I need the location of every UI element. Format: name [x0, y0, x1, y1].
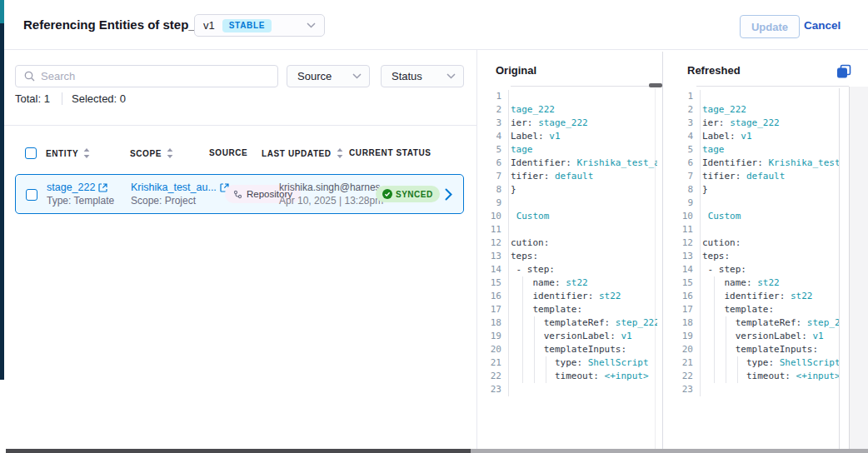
line-number: 3: [662, 117, 693, 130]
entity-link[interactable]: stage_222: [47, 182, 107, 193]
code-line: 18 templateRef: step_222: [479, 316, 657, 330]
cancel-button[interactable]: Cancel: [804, 19, 841, 32]
sort-icon[interactable]: [83, 148, 90, 158]
status-filter-select[interactable]: Status: [381, 65, 464, 87]
code-text: tage_222: [511, 103, 657, 117]
original-code-panel[interactable]: 12tage_2223ier: stage_2224Label: v15tage…: [479, 90, 657, 403]
line-number: 21: [479, 356, 501, 370]
indent-guide: [726, 316, 726, 330]
indent-guide: [714, 276, 715, 290]
line-number: 7: [479, 170, 501, 183]
vertical-scrollbar-track[interactable]: [849, 87, 868, 449]
code-line: 21 type: ShellScript: [479, 356, 657, 370]
search-icon: [24, 71, 35, 82]
code-text: }: [702, 183, 839, 197]
code-text: teps:: [702, 250, 839, 263]
code-line: 7tifier: default: [662, 170, 839, 183]
status-badge: SYNCED: [376, 186, 440, 202]
line-number: 14: [479, 263, 501, 276]
indent-guide: [522, 356, 523, 370]
code-line: 22 timeout: <+input>: [662, 370, 839, 383]
code-text: Label: v1: [511, 130, 657, 143]
indent-guide: [522, 276, 523, 290]
source-filter-select[interactable]: Source: [287, 65, 370, 87]
last-updated-at: Apr 10, 2025 | 13:28pm: [279, 195, 383, 207]
copy-icon[interactable]: [836, 64, 851, 79]
code-text: Identifier: Krishika_test_aut: [511, 157, 657, 170]
line-number: 17: [662, 303, 693, 316]
indent-guide: [522, 343, 523, 356]
original-header-underline: [511, 86, 662, 87]
code-text: Custom: [702, 210, 839, 223]
indent-guide: [714, 356, 715, 370]
indent-guide: [714, 303, 715, 316]
sort-icon[interactable]: [167, 148, 173, 158]
code-line: 16 identifier: st22: [479, 290, 657, 303]
indent-guide: [726, 330, 726, 343]
external-link-icon: [98, 183, 107, 192]
line-number: 23: [479, 383, 501, 396]
table-row[interactable]: stage_222 Type: Template Krishika_test_a…: [15, 174, 464, 214]
code-text: Label: v1: [702, 130, 839, 143]
indent-guide: [726, 370, 726, 383]
line-number: 6: [479, 157, 501, 170]
code-line: 5tage: [662, 143, 839, 157]
code-text: [511, 197, 657, 210]
code-text: versionLabel: v1: [702, 330, 839, 343]
indent-guide: [714, 330, 715, 343]
code-text: name: st22: [511, 276, 657, 290]
version-select[interactable]: v1 STABLE: [194, 14, 325, 37]
code-text: type: ShellScript: [702, 356, 839, 370]
code-line: 4Label: v1: [662, 130, 839, 143]
scope-link[interactable]: Krishika_test_au...: [131, 182, 229, 193]
code-text: teps:: [511, 250, 657, 263]
check-circle-icon: [382, 189, 392, 199]
line-number: 6: [662, 157, 693, 170]
code-line: 14 - step:: [662, 263, 839, 276]
update-button[interactable]: Update: [740, 15, 800, 38]
code-text: templateInputs:: [702, 343, 839, 356]
code-line: 9: [662, 197, 839, 210]
line-number: 5: [662, 143, 693, 157]
line-number: 15: [479, 276, 501, 290]
horizontal-scrollbar-thumb[interactable]: [649, 83, 662, 87]
indent-guide: [714, 370, 715, 383]
code-text: template:: [702, 303, 839, 316]
code-text: [702, 223, 839, 236]
code-line: 22 timeout: <+input>: [479, 370, 657, 383]
indent-guide: [726, 356, 726, 370]
line-number: 18: [479, 316, 501, 330]
row-checkbox[interactable]: [26, 189, 37, 201]
code-text: tage_222: [702, 103, 839, 117]
code-line: 15 name: st22: [662, 276, 839, 290]
total-count: Total: 1: [15, 92, 50, 105]
code-line: 19 versionLabel: v1: [662, 330, 839, 343]
column-header-entity[interactable]: ENTITY: [46, 148, 90, 158]
sort-icon[interactable]: [337, 148, 343, 158]
code-text: Custom: [511, 210, 657, 223]
line-number: 1: [479, 90, 501, 103]
line-number: 17: [479, 303, 501, 316]
code-line: 8}: [479, 183, 657, 197]
refreshed-code-panel[interactable]: 12tage_2223ier: stage_2224Label: v15tage…: [662, 90, 839, 403]
code-line: 15 name: st22: [479, 276, 657, 290]
indent-guide: [726, 343, 726, 356]
line-number: 19: [662, 330, 693, 343]
referencing-entities-modal: Referencing Entities of step_222 v1 STAB…: [0, 0, 868, 453]
indent-guide: [737, 370, 738, 383]
line-number: 16: [662, 290, 693, 303]
column-header-last-updated[interactable]: LAST UPDATED: [262, 148, 343, 158]
indent-guide: [714, 343, 715, 356]
indent-guide: [534, 330, 535, 343]
code-text: templateRef: step_222: [511, 316, 657, 330]
code-text: }: [511, 183, 657, 197]
code-text: templateInputs:: [511, 343, 657, 356]
code-line: 11: [479, 223, 657, 236]
code-text: type: ShellScript: [511, 356, 657, 370]
page-title: Referencing Entities of step_222: [23, 17, 217, 32]
column-header-scope[interactable]: SCOPE: [130, 148, 173, 158]
search-input[interactable]: [41, 70, 277, 82]
select-all-checkbox[interactable]: [25, 147, 37, 159]
code-text: [511, 90, 657, 103]
chevron-right-icon[interactable]: [445, 188, 452, 201]
